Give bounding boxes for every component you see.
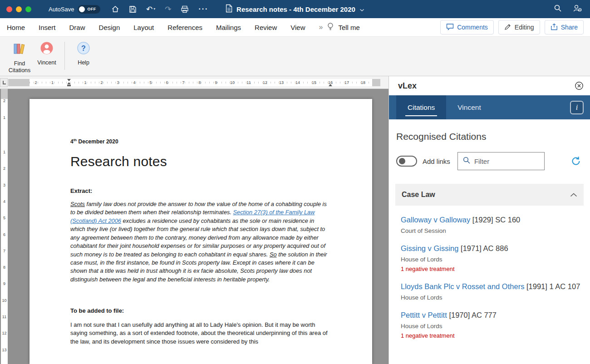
ruler-number: 16 — [328, 80, 333, 85]
citation-court: House of Lords — [401, 323, 584, 330]
refresh-icon[interactable] — [570, 155, 582, 167]
citation-item: Galloway v Galloway [1929] SC 160 Court … — [395, 215, 584, 234]
autosave-state: OFF — [87, 7, 96, 11]
ribbon-action-buttons: Comments Editing Share — [440, 20, 590, 34]
ruler-number: 6 — [166, 80, 168, 85]
ruler-number: 1 — [84, 80, 86, 85]
citation-link[interactable]: Gissing v Gissing — [401, 244, 458, 252]
ruler-number: 4 — [3, 199, 5, 204]
tell-me-button[interactable]: Tell me — [338, 24, 360, 31]
quick-access-toolbar: ↶ ▾ ↷ ··· — [111, 5, 209, 13]
redo-glyph: ↷ — [165, 5, 171, 13]
ruler-number: 2 — [3, 166, 5, 171]
document-title: Research notes - 4th December 2020 — [236, 5, 355, 13]
share-button[interactable]: Share — [545, 20, 584, 34]
print-icon[interactable] — [181, 5, 189, 13]
collapse-chevron-up-icon[interactable] — [570, 193, 577, 197]
ruler-number: 1 — [3, 115, 5, 120]
info-icon[interactable]: i — [570, 101, 584, 114]
ribbon-tab[interactable]: Insert — [39, 24, 56, 31]
ribbon-tab[interactable]: View — [290, 24, 305, 31]
vlex-header: vLex — [389, 76, 590, 95]
citation-link[interactable]: Pettitt v Pettitt — [401, 311, 447, 319]
horizontal-ruler[interactable]: 21123456789101112131415161718 — [8, 79, 380, 86]
ribbon-tab[interactable]: Review — [255, 24, 277, 31]
tab-citations[interactable]: Citations — [396, 95, 446, 119]
ruler-number: 14 — [295, 80, 300, 85]
titlebar: AutoSave OFF ↶ ▾ ↷ ··· — [0, 0, 590, 18]
document-title-area[interactable]: Research notes - 4th December 2020 — [226, 4, 364, 14]
account-settings-icon[interactable] — [573, 4, 582, 14]
undo-icon[interactable]: ↶ ▾ — [146, 5, 155, 13]
ruler-number: 12 — [2, 331, 6, 335]
editing-label: Editing — [515, 24, 534, 31]
tab-stop-selector[interactable] — [0, 78, 8, 87]
close-window-button[interactable] — [6, 6, 12, 12]
share-label: Share — [561, 24, 578, 31]
add-links-toggle[interactable] — [396, 156, 417, 167]
home-icon[interactable] — [111, 5, 119, 13]
left-indent-marker[interactable] — [67, 85, 71, 86]
ribbon-tab[interactable]: Draw — [69, 24, 85, 31]
hanging-indent-marker[interactable] — [67, 82, 71, 84]
ribbon-tab[interactable]: Mailings — [216, 24, 241, 31]
ruler-number: 10 — [230, 80, 235, 85]
citation-controls: Add links — [395, 152, 584, 170]
citation-title: Pettitt v Pettitt [1970] AC 777 — [401, 310, 584, 321]
ribbon-tab[interactable]: References — [167, 24, 202, 31]
comments-button[interactable]: Comments — [440, 20, 494, 34]
tab-overflow-icon[interactable]: » — [319, 23, 323, 31]
overflow-glyph: ··· — [198, 5, 208, 13]
ruler-number: 2 — [100, 80, 103, 85]
citation-link[interactable]: Lloyds Bank Plc v Rosset and Others — [401, 282, 524, 290]
ruler-number: 1 — [51, 80, 54, 85]
filter-input[interactable] — [474, 157, 533, 165]
ruler-number: 7 — [182, 80, 184, 85]
ruler-number: 11 — [2, 315, 6, 319]
citation-item: Gissing v Gissing [1971] AC 886 House of… — [395, 243, 584, 272]
autosave-toggle-knob — [79, 6, 85, 12]
ribbon-content: Find Citations Vincent ? Help — [0, 36, 590, 76]
ruler-number: 1 — [3, 150, 5, 154]
comments-icon — [446, 23, 454, 32]
ribbon-tab[interactable]: Home — [7, 24, 25, 31]
citation-court: House of Lords — [401, 256, 584, 263]
editing-mode-button[interactable]: Editing — [498, 20, 540, 34]
autosave-toggle[interactable]: OFF — [78, 5, 100, 14]
ribbon-tab[interactable]: Design — [99, 24, 120, 31]
window-controls — [0, 6, 39, 12]
more-commands-icon[interactable]: ··· — [198, 5, 208, 13]
vertical-ruler[interactable]: 2112345678910111213 — [1, 89, 8, 364]
extract-paragraph: Scots family law does not provide the an… — [70, 200, 329, 284]
close-panel-icon[interactable] — [575, 81, 584, 90]
page-content: 4th December 2020 Research notes Extract… — [30, 99, 372, 346]
recognised-citations-heading: Recognised Citations — [395, 131, 584, 142]
help-button[interactable]: ? Help — [70, 40, 97, 66]
negative-treatment-badge[interactable]: 1 negative treatment — [401, 332, 584, 339]
save-icon[interactable] — [129, 5, 137, 13]
citation-link[interactable]: Galloway v Galloway — [401, 216, 470, 224]
ruler-row: 21123456789101112131415161718 — [0, 76, 388, 89]
ruler-number: 12 — [263, 80, 267, 85]
zoom-window-button[interactable] — [25, 6, 31, 12]
title-chevron-down-icon[interactable] — [359, 5, 364, 13]
vincent-button[interactable]: Vincent — [34, 40, 60, 66]
filter-field[interactable] — [457, 152, 545, 170]
search-icon[interactable] — [554, 4, 562, 14]
ribbon-separator — [64, 42, 65, 70]
document-icon — [226, 4, 232, 14]
filter-search-icon — [462, 156, 471, 166]
citation-title: Gissing v Gissing [1971] AC 886 — [401, 243, 584, 254]
negative-treatment-badge[interactable]: 1 negative treatment — [401, 266, 584, 272]
minimize-window-button[interactable] — [16, 6, 22, 12]
case-law-section-header[interactable]: Case Law — [395, 184, 584, 206]
find-citations-button[interactable]: Find Citations — [5, 40, 34, 74]
undo-dropdown-icon[interactable]: ▾ — [153, 7, 155, 11]
ribbon-tab[interactable]: Layout — [133, 24, 154, 31]
vlex-tab-bar: Citations Vincent i — [389, 95, 590, 119]
ribbon-tab-bar: HomeInsertDrawDesignLayoutReferencesMail… — [0, 18, 590, 36]
document-page[interactable]: 4th December 2020 Research notes Extract… — [30, 99, 372, 364]
extract-label: Extract: — [70, 187, 329, 194]
tab-vincent[interactable]: Vincent — [446, 95, 492, 119]
first-line-indent-marker[interactable] — [67, 79, 71, 81]
